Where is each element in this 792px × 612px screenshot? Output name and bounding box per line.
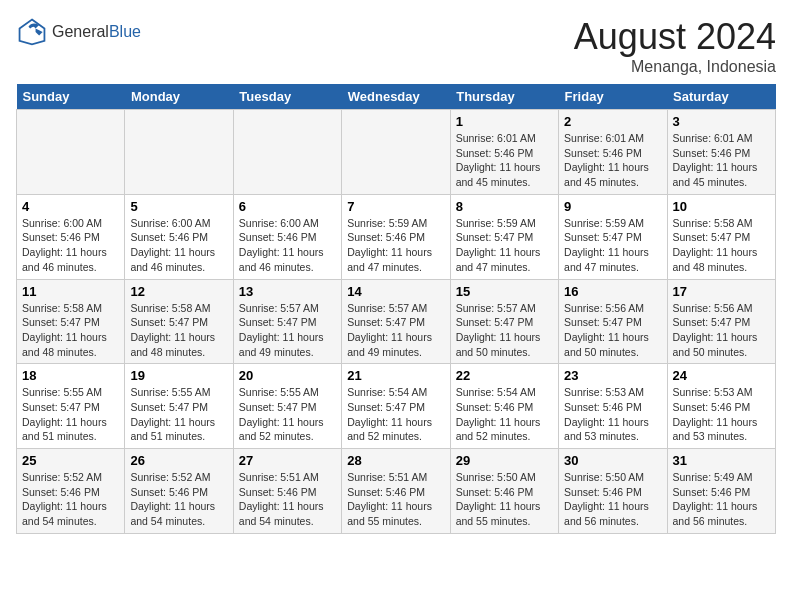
- weekday-header-row: SundayMondayTuesdayWednesdayThursdayFrid…: [17, 84, 776, 110]
- day-number: 30: [564, 453, 661, 468]
- logo-icon: [16, 16, 48, 48]
- day-number: 1: [456, 114, 553, 129]
- calendar-week-row: 25Sunrise: 5:52 AM Sunset: 5:46 PM Dayli…: [17, 449, 776, 534]
- day-info: Sunrise: 5:53 AM Sunset: 5:46 PM Dayligh…: [673, 385, 770, 444]
- day-info: Sunrise: 6:00 AM Sunset: 5:46 PM Dayligh…: [22, 216, 119, 275]
- day-number: 17: [673, 284, 770, 299]
- day-number: 14: [347, 284, 444, 299]
- day-info: Sunrise: 5:57 AM Sunset: 5:47 PM Dayligh…: [239, 301, 336, 360]
- day-info: Sunrise: 5:56 AM Sunset: 5:47 PM Dayligh…: [673, 301, 770, 360]
- weekday-header-friday: Friday: [559, 84, 667, 110]
- day-info: Sunrise: 5:52 AM Sunset: 5:46 PM Dayligh…: [22, 470, 119, 529]
- day-number: 9: [564, 199, 661, 214]
- day-info: Sunrise: 5:52 AM Sunset: 5:46 PM Dayligh…: [130, 470, 227, 529]
- day-info: Sunrise: 5:55 AM Sunset: 5:47 PM Dayligh…: [130, 385, 227, 444]
- day-number: 10: [673, 199, 770, 214]
- calendar-cell: 24Sunrise: 5:53 AM Sunset: 5:46 PM Dayli…: [667, 364, 775, 449]
- logo: GeneralBlue: [16, 16, 141, 48]
- logo-text: GeneralBlue: [52, 23, 141, 41]
- day-number: 23: [564, 368, 661, 383]
- day-number: 2: [564, 114, 661, 129]
- weekday-header-wednesday: Wednesday: [342, 84, 450, 110]
- calendar-cell: 10Sunrise: 5:58 AM Sunset: 5:47 PM Dayli…: [667, 194, 775, 279]
- day-number: 28: [347, 453, 444, 468]
- day-info: Sunrise: 5:53 AM Sunset: 5:46 PM Dayligh…: [564, 385, 661, 444]
- logo-general-text: General: [52, 23, 109, 41]
- calendar-cell: 27Sunrise: 5:51 AM Sunset: 5:46 PM Dayli…: [233, 449, 341, 534]
- weekday-header-saturday: Saturday: [667, 84, 775, 110]
- day-number: 26: [130, 453, 227, 468]
- calendar-cell: 11Sunrise: 5:58 AM Sunset: 5:47 PM Dayli…: [17, 279, 125, 364]
- day-number: 15: [456, 284, 553, 299]
- calendar-cell: 21Sunrise: 5:54 AM Sunset: 5:47 PM Dayli…: [342, 364, 450, 449]
- calendar-cell: 17Sunrise: 5:56 AM Sunset: 5:47 PM Dayli…: [667, 279, 775, 364]
- calendar-cell: 13Sunrise: 5:57 AM Sunset: 5:47 PM Dayli…: [233, 279, 341, 364]
- calendar-cell: 28Sunrise: 5:51 AM Sunset: 5:46 PM Dayli…: [342, 449, 450, 534]
- calendar-cell: 20Sunrise: 5:55 AM Sunset: 5:47 PM Dayli…: [233, 364, 341, 449]
- weekday-header-sunday: Sunday: [17, 84, 125, 110]
- day-number: 31: [673, 453, 770, 468]
- day-number: 21: [347, 368, 444, 383]
- calendar-week-row: 4Sunrise: 6:00 AM Sunset: 5:46 PM Daylig…: [17, 194, 776, 279]
- calendar-cell: 16Sunrise: 5:56 AM Sunset: 5:47 PM Dayli…: [559, 279, 667, 364]
- svg-rect-0: [16, 16, 48, 48]
- page-header: GeneralBlue August 2024 Menanga, Indones…: [16, 16, 776, 76]
- day-info: Sunrise: 5:49 AM Sunset: 5:46 PM Dayligh…: [673, 470, 770, 529]
- day-number: 24: [673, 368, 770, 383]
- day-number: 25: [22, 453, 119, 468]
- calendar-cell: 22Sunrise: 5:54 AM Sunset: 5:46 PM Dayli…: [450, 364, 558, 449]
- calendar-cell: 6Sunrise: 6:00 AM Sunset: 5:46 PM Daylig…: [233, 194, 341, 279]
- calendar-cell: 7Sunrise: 5:59 AM Sunset: 5:46 PM Daylig…: [342, 194, 450, 279]
- day-info: Sunrise: 5:56 AM Sunset: 5:47 PM Dayligh…: [564, 301, 661, 360]
- weekday-header-tuesday: Tuesday: [233, 84, 341, 110]
- subtitle: Menanga, Indonesia: [574, 58, 776, 76]
- day-number: 29: [456, 453, 553, 468]
- main-title: August 2024: [574, 16, 776, 58]
- day-info: Sunrise: 5:57 AM Sunset: 5:47 PM Dayligh…: [456, 301, 553, 360]
- calendar-cell: 1Sunrise: 6:01 AM Sunset: 5:46 PM Daylig…: [450, 110, 558, 195]
- calendar-cell: [17, 110, 125, 195]
- calendar-header: SundayMondayTuesdayWednesdayThursdayFrid…: [17, 84, 776, 110]
- day-number: 13: [239, 284, 336, 299]
- calendar-cell: 5Sunrise: 6:00 AM Sunset: 5:46 PM Daylig…: [125, 194, 233, 279]
- day-info: Sunrise: 5:57 AM Sunset: 5:47 PM Dayligh…: [347, 301, 444, 360]
- day-info: Sunrise: 6:01 AM Sunset: 5:46 PM Dayligh…: [564, 131, 661, 190]
- calendar-cell: 8Sunrise: 5:59 AM Sunset: 5:47 PM Daylig…: [450, 194, 558, 279]
- calendar-cell: 26Sunrise: 5:52 AM Sunset: 5:46 PM Dayli…: [125, 449, 233, 534]
- calendar-cell: 30Sunrise: 5:50 AM Sunset: 5:46 PM Dayli…: [559, 449, 667, 534]
- day-number: 22: [456, 368, 553, 383]
- calendar-week-row: 18Sunrise: 5:55 AM Sunset: 5:47 PM Dayli…: [17, 364, 776, 449]
- calendar-cell: 9Sunrise: 5:59 AM Sunset: 5:47 PM Daylig…: [559, 194, 667, 279]
- day-info: Sunrise: 5:59 AM Sunset: 5:46 PM Dayligh…: [347, 216, 444, 275]
- day-info: Sunrise: 5:50 AM Sunset: 5:46 PM Dayligh…: [456, 470, 553, 529]
- day-info: Sunrise: 6:00 AM Sunset: 5:46 PM Dayligh…: [239, 216, 336, 275]
- calendar-cell: 23Sunrise: 5:53 AM Sunset: 5:46 PM Dayli…: [559, 364, 667, 449]
- day-info: Sunrise: 6:00 AM Sunset: 5:46 PM Dayligh…: [130, 216, 227, 275]
- day-info: Sunrise: 5:59 AM Sunset: 5:47 PM Dayligh…: [456, 216, 553, 275]
- calendar-cell: 29Sunrise: 5:50 AM Sunset: 5:46 PM Dayli…: [450, 449, 558, 534]
- calendar-table: SundayMondayTuesdayWednesdayThursdayFrid…: [16, 84, 776, 534]
- calendar-body: 1Sunrise: 6:01 AM Sunset: 5:46 PM Daylig…: [17, 110, 776, 534]
- calendar-cell: [125, 110, 233, 195]
- calendar-cell: [233, 110, 341, 195]
- day-number: 12: [130, 284, 227, 299]
- calendar-week-row: 1Sunrise: 6:01 AM Sunset: 5:46 PM Daylig…: [17, 110, 776, 195]
- day-info: Sunrise: 5:55 AM Sunset: 5:47 PM Dayligh…: [239, 385, 336, 444]
- calendar-cell: [342, 110, 450, 195]
- calendar-cell: 2Sunrise: 6:01 AM Sunset: 5:46 PM Daylig…: [559, 110, 667, 195]
- day-info: Sunrise: 5:54 AM Sunset: 5:47 PM Dayligh…: [347, 385, 444, 444]
- day-info: Sunrise: 5:54 AM Sunset: 5:46 PM Dayligh…: [456, 385, 553, 444]
- day-number: 5: [130, 199, 227, 214]
- day-number: 27: [239, 453, 336, 468]
- weekday-header-thursday: Thursday: [450, 84, 558, 110]
- calendar-cell: 19Sunrise: 5:55 AM Sunset: 5:47 PM Dayli…: [125, 364, 233, 449]
- day-number: 20: [239, 368, 336, 383]
- calendar-cell: 25Sunrise: 5:52 AM Sunset: 5:46 PM Dayli…: [17, 449, 125, 534]
- day-number: 6: [239, 199, 336, 214]
- day-number: 19: [130, 368, 227, 383]
- day-number: 8: [456, 199, 553, 214]
- calendar-cell: 31Sunrise: 5:49 AM Sunset: 5:46 PM Dayli…: [667, 449, 775, 534]
- calendar-cell: 15Sunrise: 5:57 AM Sunset: 5:47 PM Dayli…: [450, 279, 558, 364]
- calendar-cell: 4Sunrise: 6:00 AM Sunset: 5:46 PM Daylig…: [17, 194, 125, 279]
- logo-blue-text: Blue: [109, 23, 141, 41]
